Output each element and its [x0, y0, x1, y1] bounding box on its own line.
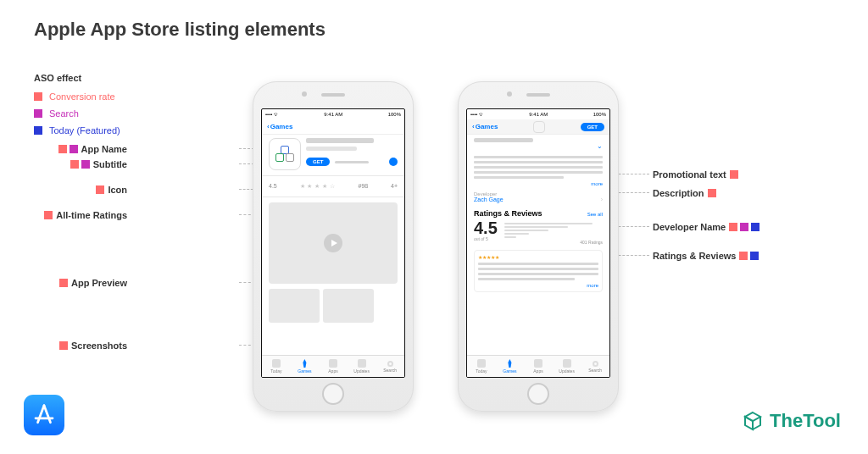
stars-icon: ★ ★ ★ ★ ☆ [300, 183, 336, 190]
tab-updates[interactable]: Updates [348, 356, 376, 377]
tab-games[interactable]: Games [496, 356, 525, 377]
review-card[interactable]: ★★★★★ more [474, 250, 603, 292]
ratings-count: 401 Ratings [504, 240, 603, 245]
tab-updates[interactable]: Updates [553, 356, 581, 377]
tab-bar: Today Games Apps Updates Search [262, 355, 404, 377]
square-icon [34, 92, 42, 101]
tab-apps[interactable]: Apps [524, 356, 553, 377]
aso-legend: ASO effect Conversion rate Search Today … [34, 73, 120, 142]
share-icon[interactable] [389, 158, 398, 166]
mini-app-icon [533, 121, 545, 133]
rating-distribution: 401 Ratings [504, 219, 603, 245]
screenshots-row[interactable] [269, 289, 398, 323]
phone-listing-top: •••• ᯤ 9:41 AM 100% ‹ Games [253, 81, 414, 412]
tab-search[interactable]: Search [376, 356, 404, 377]
ratings-reviews-heading: Ratings & Reviews [474, 209, 542, 218]
signal-icon: •••• ᯤ [265, 112, 279, 117]
app-preview-video[interactable] [269, 202, 398, 284]
review-stars-icon: ★★★★★ [478, 254, 598, 260]
more-link[interactable]: more [474, 181, 603, 186]
status-time: 9:41 AM [324, 112, 342, 117]
tab-apps[interactable]: Apps [319, 356, 348, 377]
signal-icon: •••• ᯤ [470, 112, 484, 117]
status-battery: 100% [388, 112, 401, 117]
ratings-summary: 4.5 out of 5 401 Ratings [474, 219, 603, 245]
status-battery: 100% [593, 112, 606, 117]
age-rating: 4+ [391, 183, 398, 190]
back-button[interactable]: ‹ Games [267, 123, 292, 130]
annotation-description: Description [653, 188, 716, 198]
square-icon [34, 109, 42, 118]
home-button[interactable] [527, 383, 549, 405]
chevron-right-icon: › [601, 197, 603, 202]
iap-placeholder [335, 161, 369, 163]
back-button[interactable]: ‹ Games [472, 123, 498, 130]
home-button[interactable] [322, 383, 344, 405]
phone-speaker [526, 93, 550, 97]
annotation-developer-name: Developer Name [653, 222, 760, 232]
promotional-text-block [474, 156, 603, 179]
chevron-left-icon: ‹ [267, 123, 270, 130]
tab-today[interactable]: Today [262, 356, 291, 377]
see-all-link[interactable]: See all [587, 212, 603, 217]
screenshot[interactable] [269, 289, 320, 323]
chevron-down-icon[interactable]: ⌄ [597, 142, 603, 150]
get-button[interactable]: GET [306, 158, 330, 166]
annotation-ratings-reviews: Ratings & Reviews [653, 251, 759, 261]
phone-listing-detail: •••• ᯤ 9:41 AM 100% ‹ Games GET ⌄ more [458, 81, 619, 412]
status-bar: •••• ᯤ 9:41 AM 100% [262, 109, 404, 119]
app-store-icon [24, 395, 64, 435]
screenshot[interactable] [323, 289, 374, 323]
get-button[interactable]: GET [581, 123, 604, 131]
rating-score: 4.5 [474, 219, 498, 236]
legend-search: Search [34, 108, 120, 119]
legend-label: Conversion rate [49, 91, 115, 102]
annotation-subtitle: Subtitle [70, 159, 127, 169]
legend-today: Today (Featured) [34, 125, 120, 136]
svg-line-0 [38, 406, 45, 423]
annotation-all-time-ratings: All-time Ratings [44, 210, 127, 220]
nav-bar: ‹ Games [262, 119, 404, 135]
tab-search[interactable]: Search [581, 356, 609, 377]
more-link[interactable]: more [478, 283, 598, 288]
app-icon[interactable] [269, 138, 301, 170]
phone-speaker [321, 93, 345, 97]
annotation-app-preview: App Preview [59, 278, 127, 288]
brand-name: TheTool [770, 410, 841, 432]
status-bar: •••• ᯤ 9:41 AM 100% [467, 109, 609, 119]
app-name-placeholder [306, 138, 374, 143]
phone-screen: •••• ᯤ 9:41 AM 100% ‹ Games GET ⌄ more [466, 108, 610, 378]
tab-bar: Today Games Apps Updates Search [467, 355, 609, 377]
legend-conversion: Conversion rate [34, 91, 120, 102]
phone-camera [302, 91, 307, 97]
annotation-icon: Icon [96, 185, 127, 195]
developer-name-link[interactable]: Zach Gage [474, 197, 504, 202]
rating-value: 4.5 [269, 183, 277, 190]
svg-line-1 [44, 406, 51, 423]
status-time: 9:41 AM [529, 112, 548, 117]
ratings-summary-row: 4.5 ★ ★ ★ ★ ☆ #98 4+ [269, 181, 398, 191]
play-icon [324, 234, 342, 252]
annotation-promotional-text: Promotional text [653, 169, 738, 180]
app-subtitle-placeholder [306, 147, 357, 151]
tab-games[interactable]: Games [291, 356, 320, 377]
thetool-logo: TheTool [743, 410, 841, 432]
legend-label: Search [49, 108, 79, 119]
square-icon [34, 126, 42, 135]
tab-today[interactable]: Today [467, 356, 496, 377]
rank-value: #98 [359, 183, 369, 190]
section-heading-placeholder [474, 138, 533, 142]
nav-bar: ‹ Games GET [467, 119, 609, 135]
phone-camera [507, 91, 512, 97]
phone-screen: •••• ᯤ 9:41 AM 100% ‹ Games [261, 108, 405, 378]
hexagons-icon [275, 146, 294, 163]
legend-heading: ASO effect [34, 73, 120, 83]
legend-label: Today (Featured) [49, 125, 120, 136]
annotation-app-name: App Name [58, 144, 127, 154]
page-title: Apple App Store listing elements [34, 19, 326, 41]
cube-icon [743, 411, 763, 431]
annotation-screenshots: Screenshots [59, 340, 127, 351]
chevron-left-icon: ‹ [472, 123, 475, 130]
